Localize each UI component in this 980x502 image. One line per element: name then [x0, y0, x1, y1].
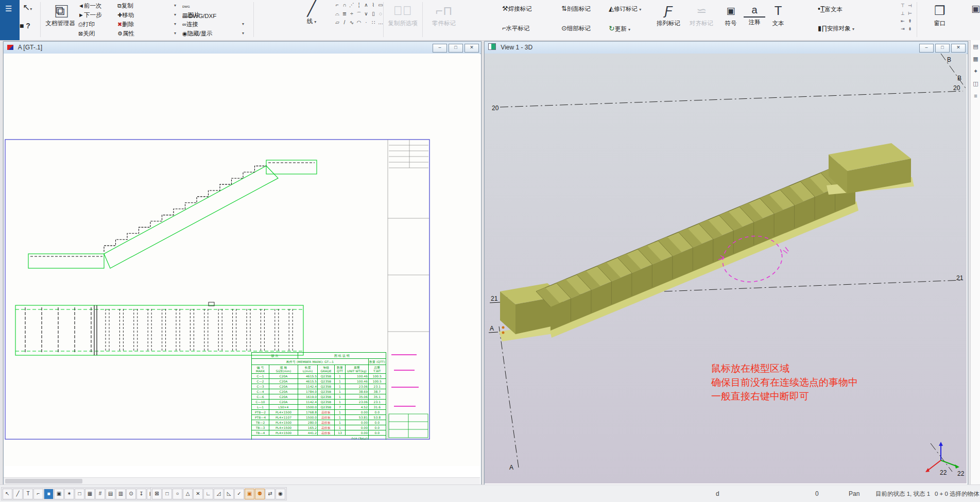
rich-text-button[interactable]: •T̲富文本 [818, 4, 843, 13]
snap-wand-icon[interactable]: ✶ [64, 489, 74, 499]
model-window-titlebar[interactable]: View 1 - 3D – □ ✕ [485, 42, 968, 54]
restore-button[interactable]: □ [449, 44, 463, 53]
sketch-tool-icon[interactable]: ∨ [363, 11, 370, 20]
hide-show-dropdown[interactable]: ▾ [242, 29, 244, 38]
snap-leader-icon[interactable]: ⌐ [33, 489, 43, 499]
snap-check-icon[interactable]: ✓ [234, 489, 244, 499]
snap-geometry-icon[interactable]: □ [75, 489, 84, 499]
part-mark-button[interactable]: ⌐⊓ 零件标记 [428, 3, 459, 27]
detail-mark-button[interactable]: ⊙细部标记 [561, 24, 591, 33]
move-dropdown[interactable]: ▾ [174, 10, 176, 20]
hide-show-button[interactable]: ◉隐藏/显示 [182, 29, 213, 38]
print-button[interactable]: ⎙打印 [78, 20, 95, 29]
revision-mark-button[interactable]: ◭修订标记 ▾ [609, 4, 641, 13]
minimize-button[interactable]: – [433, 44, 447, 53]
sketch-tool-icon[interactable]: ⌐ [334, 2, 341, 11]
scrollbar-thumb[interactable] [5, 479, 82, 483]
align-tool-icon[interactable]: ⊤ [899, 3, 906, 11]
sketch-tool-icon[interactable]: ÷ [348, 11, 355, 20]
sketch-tool-icon[interactable]: ∷ [370, 20, 377, 28]
snap-tri3-icon[interactable]: ◺ [224, 489, 234, 499]
snap-pin-icon[interactable]: ↧ [136, 489, 146, 499]
snap-intersect-icon[interactable]: ✕ [193, 489, 203, 499]
drawing-window-titlebar[interactable]: A [GT-.1] – □ ✕ [4, 42, 481, 54]
sketch-tool-icon[interactable]: ▯ [370, 11, 377, 20]
picture-button[interactable]: ▥图片 [182, 10, 199, 20]
help-button[interactable]: ■ ? [20, 22, 30, 30]
align-tool-icon[interactable]: ⇞ [906, 19, 914, 26]
align-tool-icon[interactable]: ⊢ [906, 11, 914, 19]
side-pane-menu-icon[interactable]: ≡ [971, 90, 980, 102]
align-tool-icon[interactable]: ⊣ [906, 3, 914, 11]
copy-dropdown[interactable]: ▾ [174, 1, 176, 10]
snap-zoom-icon[interactable]: ⊙ [126, 489, 136, 499]
close-button[interactable]: ✕ [465, 44, 479, 53]
sketch-tool-icon[interactable]: ⌇ [370, 2, 377, 11]
sketch-tool-icon[interactable]: ∧ [363, 2, 370, 11]
sketch-tool-icon[interactable]: ⋰ [348, 2, 355, 11]
side-pane-grid-icon[interactable]: ▦ [971, 53, 980, 65]
sketch-tool-icon[interactable]: ⌒ [355, 11, 363, 20]
restore-button[interactable]: □ [935, 44, 950, 53]
snap-perpendicular-icon[interactable]: ∟ [203, 489, 213, 499]
snap-mesh1-icon[interactable]: ▤ [106, 489, 115, 499]
sketch-tool-icon[interactable]: ∿ [348, 20, 355, 28]
snap-mesh2-icon[interactable]: ▥ [116, 489, 126, 499]
close-drawing-button[interactable]: ⊠关闭 [78, 29, 95, 38]
side-pane-star-icon[interactable]: ✦ [971, 65, 980, 77]
copy-button[interactable]: ⧉复制 [117, 1, 133, 10]
move-button[interactable]: ✚移动 [117, 10, 134, 20]
sketch-tool-icon[interactable]: · [363, 20, 370, 28]
arrange-marks-button[interactable]: Ƒ 排列标记 [653, 3, 684, 27]
dwg-dxf-button[interactable]: DWGDXFDWG/DXF [182, 1, 216, 10]
update-button[interactable]: ↻更新 ▾ [609, 24, 630, 33]
snap-endpoint-icon[interactable]: ⊠ [152, 489, 162, 499]
side-pane-list-icon[interactable]: ▤ [971, 40, 980, 53]
minimize-button[interactable]: – [919, 44, 934, 53]
section-mark-button[interactable]: ⇅剖面标记 [561, 4, 591, 13]
level-mark-button[interactable]: ⌐水平标记 [502, 24, 530, 33]
next-button[interactable]: ►下一步 [78, 10, 101, 20]
link-button[interactable]: ∞连接 [182, 20, 198, 29]
align-tool-icon[interactable]: ⇟ [906, 26, 914, 34]
model-viewport[interactable]: 20 20 21 21 A A B B 22 22 [485, 54, 967, 483]
snap-grid-icon[interactable]: ▦ [85, 489, 95, 499]
close-button[interactable]: ✕ [951, 44, 966, 53]
select-tool-button[interactable]: ↖▾ [23, 2, 32, 13]
snap-triangle-icon[interactable]: △ [183, 489, 193, 499]
sketch-tool-icon[interactable]: ⌓ [334, 11, 341, 20]
select-arrow-icon[interactable]: ↖ [3, 489, 12, 499]
snap-view-icon[interactable]: ◉ [276, 489, 285, 499]
overflow-icon[interactable]: ▣ [971, 3, 980, 14]
annotation-button[interactable]: a 注释 [744, 3, 765, 26]
snap-swap-icon[interactable]: ⇄ [265, 489, 275, 499]
properties-button[interactable]: ⚙属性 [117, 29, 134, 38]
snap-plane-icon[interactable]: ▣ [245, 489, 254, 499]
snap-free-icon[interactable]: ■ [44, 489, 54, 499]
align-tool-icon[interactable]: ⊥ [899, 11, 906, 19]
symbol-button[interactable]: ▣ 符号 [720, 3, 742, 27]
window-button[interactable]: ❒ 窗口 [927, 3, 953, 27]
snap-hash-icon[interactable]: # [95, 489, 105, 499]
snap-person-icon[interactable]: ⚉ [255, 489, 265, 499]
staircase-model[interactable] [499, 143, 914, 341]
sketch-tool-icon[interactable]: / [341, 20, 348, 28]
copy-selected-button[interactable]: ⇥⃞ 复制所选项 [385, 3, 420, 27]
sketch-tool-icon[interactable]: ≣ [341, 11, 348, 20]
sketch-tool-icon[interactable]: ¦ [355, 2, 363, 11]
sketch-tool-icon[interactable]: ∩ [341, 2, 348, 11]
line-tool-button[interactable]: ╱ 线 ▾ [296, 1, 327, 25]
drawing-canvas[interactable]: 版 次图 纸 说 明构件号 (MEMBER MARK): GT—1数量 (QTT… [4, 54, 480, 466]
delete-dropdown[interactable]: ▾ [174, 20, 176, 29]
horizontal-scrollbar[interactable] [4, 477, 480, 484]
link-dropdown[interactable]: ▾ [242, 20, 244, 29]
snap-circle-icon[interactable]: ○ [173, 489, 182, 499]
snap-reference-icon[interactable]: ▣ [54, 489, 64, 499]
previous-button[interactable]: ◄前一次 [78, 1, 101, 10]
weld-mark-button[interactable]: ⚒焊接标记 [502, 4, 532, 13]
file-menu[interactable]: ☰ [0, 0, 20, 40]
snap-tri2-icon[interactable]: ◿ [214, 489, 223, 499]
sketch-tool-icon[interactable]: ▱ [334, 20, 341, 28]
properties-dropdown[interactable]: ▾ [174, 29, 176, 38]
document-manager-button[interactable]: ⧉⃞ 文档管理器 [43, 3, 77, 27]
